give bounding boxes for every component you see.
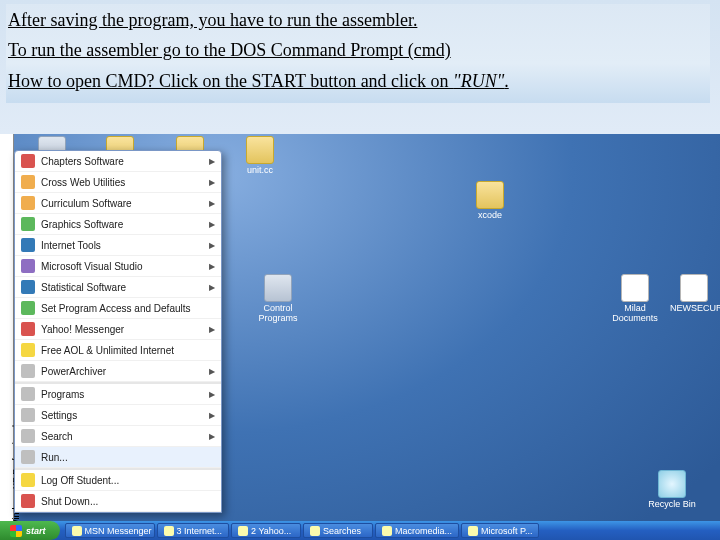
start-menu-item[interactable]: Free AOL & Unlimited Internet — [15, 340, 221, 361]
menu-item-label: Run... — [41, 452, 215, 463]
instruction-line-3: How to open CMD? Click on the START butt… — [8, 69, 708, 93]
taskbar-item-icon — [72, 526, 82, 536]
instruction-line-1: After saving the program, you have to ru… — [8, 8, 708, 32]
desktop-icon-control-panel[interactable]: Control Programs — [248, 274, 308, 323]
taskbar-item-label: Macromedia... — [395, 526, 452, 536]
desktop-icon-folder[interactable]: xcode — [460, 181, 520, 220]
start-menu-item[interactable]: Internet Tools▶ — [15, 235, 221, 256]
taskbar-item-label: Searches — [323, 526, 361, 536]
submenu-arrow-icon: ▶ — [209, 411, 215, 420]
folder-icon — [246, 136, 274, 164]
start-button[interactable]: start — [0, 521, 60, 540]
submenu-arrow-icon: ▶ — [209, 262, 215, 271]
menu-item-label: Log Off Student... — [41, 475, 215, 486]
taskbar: start MSN Messenger3 Internet...2 Yahoo.… — [0, 521, 720, 540]
menu-item-icon — [21, 196, 35, 210]
taskbar-item-icon — [164, 526, 174, 536]
start-menu-item[interactable]: Search▶ — [15, 426, 221, 447]
desktop-icon-label: Milad Documents — [605, 303, 665, 323]
menu-item-icon — [21, 154, 35, 168]
taskbar-items: MSN Messenger3 Internet...2 Yahoo...Sear… — [64, 521, 720, 540]
submenu-arrow-icon: ▶ — [209, 367, 215, 376]
instruction-line-3b: "RUN" — [453, 71, 504, 91]
document-icon — [621, 274, 649, 302]
desktop-icon-label: Control Programs — [248, 303, 308, 323]
start-menu-item[interactable]: Yahoo! Messenger▶ — [15, 319, 221, 340]
menu-item-icon — [21, 343, 35, 357]
instruction-line-3c: . — [504, 71, 509, 91]
taskbar-item[interactable]: Macromedia... — [375, 523, 459, 538]
taskbar-item[interactable]: 3 Internet... — [157, 523, 230, 538]
desktop-icon-label: Recycle Bin — [642, 499, 702, 509]
menu-item-label: Curriculum Software — [41, 198, 205, 209]
submenu-arrow-icon: ▶ — [209, 178, 215, 187]
start-menu-item[interactable]: Run... — [15, 447, 221, 468]
taskbar-item[interactable]: Microsoft P... — [461, 523, 539, 538]
control-panel-icon — [264, 274, 292, 302]
desktop-icon-label: unit.cc — [230, 165, 290, 175]
menu-item-label: Internet Tools — [41, 240, 205, 251]
taskbar-item-icon — [310, 526, 320, 536]
instruction-line-2: To run the assembler go to the DOS Comma… — [8, 38, 708, 62]
start-menu-item[interactable]: Statistical Software▶ — [15, 277, 221, 298]
menu-item-icon — [21, 259, 35, 273]
start-menu-item[interactable]: Shut Down... — [15, 491, 221, 512]
taskbar-item-label: 2 Yahoo... — [251, 526, 291, 536]
menu-item-label: PowerArchiver — [41, 366, 205, 377]
menu-item-icon — [21, 301, 35, 315]
menu-item-label: Cross Web Utilities — [41, 177, 205, 188]
taskbar-item[interactable]: 2 Yahoo... — [231, 523, 301, 538]
recycle-bin-icon — [658, 470, 686, 498]
menu-item-label: Chapters Software — [41, 156, 205, 167]
desktop-icon-doc[interactable]: Milad Documents — [605, 274, 665, 323]
menu-item-label: Statistical Software — [41, 282, 205, 293]
submenu-arrow-icon: ▶ — [209, 157, 215, 166]
desktop-icon-folder[interactable]: unit.cc — [230, 136, 290, 175]
start-button-label: start — [26, 526, 46, 536]
menu-item-icon — [21, 217, 35, 231]
menu-item-icon — [21, 238, 35, 252]
desktop-icon-doc[interactable]: NEWSECURE — [670, 274, 718, 313]
menu-item-label: Shut Down... — [41, 496, 215, 507]
menu-item-label: Graphics Software — [41, 219, 205, 230]
screenshot-area: Windows XP Professional My Computer 1400… — [0, 134, 720, 540]
menu-item-icon — [21, 494, 35, 508]
menu-item-icon — [21, 175, 35, 189]
menu-item-icon — [21, 364, 35, 378]
menu-item-label: Set Program Access and Defaults — [41, 303, 215, 314]
start-menu-item[interactable]: PowerArchiver▶ — [15, 361, 221, 382]
start-menu-item[interactable]: Curriculum Software▶ — [15, 193, 221, 214]
start-menu-item[interactable]: Settings▶ — [15, 405, 221, 426]
menu-item-icon — [21, 429, 35, 443]
submenu-arrow-icon: ▶ — [209, 390, 215, 399]
menu-item-label: Settings — [41, 410, 205, 421]
taskbar-item[interactable]: MSN Messenger — [65, 523, 155, 538]
start-menu-item[interactable]: Programs▶ — [15, 384, 221, 405]
windows-logo-icon — [10, 525, 22, 537]
menu-item-label: Free AOL & Unlimited Internet — [41, 345, 215, 356]
start-menu-item[interactable]: Chapters Software▶ — [15, 151, 221, 172]
start-menu-item[interactable]: Microsoft Visual Studio▶ — [15, 256, 221, 277]
taskbar-item-icon — [382, 526, 392, 536]
desktop-icon-label: xcode — [460, 210, 520, 220]
start-menu-item[interactable]: Graphics Software▶ — [15, 214, 221, 235]
instruction-line-3a: How to open CMD? Click on the START butt… — [8, 71, 453, 91]
submenu-arrow-icon: ▶ — [209, 199, 215, 208]
start-menu-item[interactable]: Cross Web Utilities▶ — [15, 172, 221, 193]
desktop-icon-recycle-bin[interactable]: Recycle Bin — [642, 470, 702, 509]
taskbar-item-label: Microsoft P... — [481, 526, 532, 536]
document-icon — [680, 274, 708, 302]
taskbar-item[interactable]: Searches — [303, 523, 373, 538]
start-menu-item[interactable]: Set Program Access and Defaults — [15, 298, 221, 319]
menu-item-label: Programs — [41, 389, 205, 400]
start-menu: Chapters Software▶Cross Web Utilities▶Cu… — [14, 150, 222, 513]
submenu-arrow-icon: ▶ — [209, 283, 215, 292]
menu-item-label: Search — [41, 431, 205, 442]
instruction-block: After saving the program, you have to ru… — [6, 4, 710, 103]
start-menu-item[interactable]: Log Off Student... — [15, 470, 221, 491]
submenu-arrow-icon: ▶ — [209, 432, 215, 441]
menu-item-icon — [21, 450, 35, 464]
submenu-arrow-icon: ▶ — [209, 325, 215, 334]
menu-item-icon — [21, 387, 35, 401]
submenu-arrow-icon: ▶ — [209, 220, 215, 229]
